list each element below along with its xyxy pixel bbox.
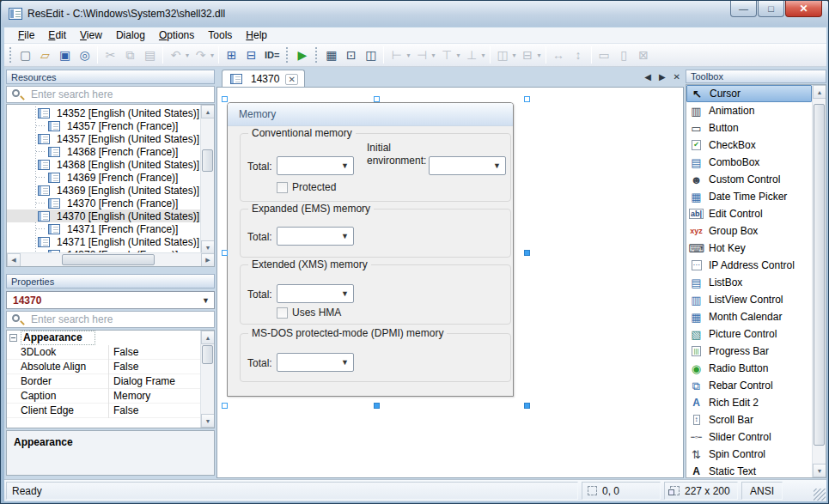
- toolbox-item-listview[interactable]: ▥ ListView Control: [686, 291, 812, 308]
- toolbox-vertical-scrollbar[interactable]: ▲ ▼: [812, 85, 826, 477]
- toolbox-item-rich-edit-2[interactable]: A Rich Edit 2: [686, 394, 812, 411]
- size-height-icon[interactable]: ▯: [614, 46, 634, 64]
- resource-properties-icon[interactable]: ⊟: [241, 46, 261, 64]
- property-row[interactable]: Border Dialog Frame: [7, 374, 201, 389]
- total-combobox[interactable]: ▼: [277, 156, 354, 175]
- selection-handle-top-center[interactable]: [374, 96, 380, 102]
- order-window-icon[interactable]: ◫: [361, 46, 381, 64]
- property-row[interactable]: 3DLook False: [7, 345, 201, 360]
- cut-icon[interactable]: ✂: [101, 46, 120, 64]
- tab-close-icon[interactable]: ✕: [285, 74, 297, 85]
- protected-checkbox[interactable]: Protected: [277, 181, 336, 193]
- selection-handle-bottom-right[interactable]: [524, 403, 530, 409]
- resources-vertical-scrollbar[interactable]: ▲ ▼: [200, 105, 214, 254]
- resources-search-box[interactable]: [6, 86, 215, 103]
- menu-file[interactable]: File: [11, 28, 41, 42]
- test-dialog-icon[interactable]: ▶: [292, 46, 312, 64]
- open-file-icon[interactable]: ▱: [35, 46, 55, 64]
- size-both-icon[interactable]: ⊠: [634, 46, 654, 64]
- resource-tree-item[interactable]: 14357 [English (United States)]: [7, 132, 201, 145]
- dropdown-arrow-icon[interactable]: ▾: [186, 52, 189, 59]
- scrollbar-thumb[interactable]: [62, 254, 155, 265]
- properties-search-box[interactable]: [6, 311, 215, 328]
- uses-hma-checkbox[interactable]: Uses HMA: [277, 307, 341, 319]
- toolbox-item-group-box[interactable]: xyz Group Box: [686, 222, 812, 240]
- tab-scroll-left-icon[interactable]: ◀: [644, 72, 651, 82]
- selection-handle-top-right[interactable]: [524, 96, 530, 102]
- toolbox-item-combobox[interactable]: ▤ ComboBox: [686, 154, 812, 171]
- id-button[interactable]: ID=: [261, 46, 283, 64]
- toolbox-item-slider-control[interactable]: −▫− Slider Control: [686, 428, 812, 446]
- scroll-left-icon[interactable]: ◀: [7, 253, 21, 267]
- align-top-icon[interactable]: ⊤: [437, 46, 457, 64]
- selection-handle-middle-right[interactable]: [524, 250, 530, 256]
- align-left-icon[interactable]: ⊢: [387, 46, 406, 64]
- scrollbar-thumb[interactable]: [202, 149, 213, 172]
- toolbox-item-hot-key[interactable]: ⌨ Hot Key: [686, 240, 812, 257]
- property-group-row[interactable]: Appearance: [7, 331, 214, 345]
- menu-edit[interactable]: Edit: [41, 28, 73, 42]
- collapse-icon[interactable]: [9, 334, 17, 342]
- tab-scroll-right-icon[interactable]: ▶: [659, 72, 666, 82]
- redo-icon[interactable]: ↷: [191, 46, 210, 64]
- resource-tree-item[interactable]: 14370 [English (United States)]: [7, 209, 201, 222]
- dropdown-arrow-icon[interactable]: ▾: [210, 52, 214, 59]
- resource-tree-item[interactable]: 14357 [French (France)]: [7, 119, 201, 132]
- dropdown-arrow-icon[interactable]: ▾: [431, 52, 435, 59]
- size-width-icon[interactable]: ▭: [594, 46, 614, 64]
- scroll-up-icon[interactable]: ▲: [813, 85, 826, 99]
- total-combobox[interactable]: ▼: [277, 284, 354, 303]
- resources-search-input[interactable]: [29, 88, 210, 101]
- same-width-icon[interactable]: ↔: [549, 46, 569, 64]
- paste-icon[interactable]: ▤: [140, 46, 160, 64]
- menu-view[interactable]: View: [73, 28, 109, 42]
- chevron-down-icon[interactable]: ▼: [202, 296, 210, 305]
- toolbox-item-month-calendar[interactable]: ▦ Month Calendar: [686, 308, 812, 325]
- group-box-conventional-memory[interactable]: Conventional memory Total: ▼ Initialenvi…: [240, 133, 511, 202]
- scroll-down-icon[interactable]: ▼: [813, 464, 826, 477]
- selection-handle-bottom-left[interactable]: [222, 403, 228, 409]
- property-row[interactable]: Absolute Align False: [7, 360, 201, 374]
- toolbox-item-spin-control[interactable]: ⇅ Spin Control: [686, 446, 812, 463]
- toolbox-item-picture-control[interactable]: ▧ Picture Control: [686, 325, 812, 343]
- toolbox-item-static-text[interactable]: A Static Text: [686, 463, 812, 478]
- menu-tools[interactable]: Tools: [201, 28, 239, 42]
- toolbox-item-custom-control[interactable]: ☻ Custom Control: [686, 171, 812, 188]
- selection-handle-top-left[interactable]: [222, 96, 228, 102]
- toolbox-item-cursor[interactable]: ↖ Cursor: [686, 85, 812, 102]
- panel-splitter[interactable]: [6, 267, 215, 274]
- scroll-up-icon[interactable]: ▲: [201, 105, 215, 118]
- toolbox-item-checkbox[interactable]: ✔ CheckBox: [686, 137, 812, 154]
- toolbox-item-button[interactable]: ▭ Button: [686, 119, 812, 137]
- minimize-button[interactable]: —: [730, 1, 757, 17]
- resources-horizontal-scrollbar[interactable]: ◀ ▶: [7, 252, 215, 266]
- property-row[interactable]: Caption Memory: [7, 389, 201, 404]
- title-bar[interactable]: ResEdit - C:\Windows\System32\shell32.dl…: [2, 1, 829, 27]
- resize-grip[interactable]: [814, 489, 826, 501]
- properties-search-input[interactable]: [29, 313, 210, 326]
- tab-list-close-icon[interactable]: ✕: [674, 72, 680, 82]
- toolbox-item-rebar-control[interactable]: ⧉ Rebar Control: [686, 377, 812, 394]
- property-object-selector[interactable]: 14370 ▼: [6, 291, 215, 309]
- toolbox-item-animation[interactable]: ▥ Animation: [686, 102, 812, 119]
- scroll-right-icon[interactable]: ▶: [201, 253, 215, 267]
- initial-environment-combobox[interactable]: ▼: [429, 156, 506, 175]
- property-row[interactable]: Client Edge False: [7, 404, 201, 418]
- dialog-preview-title-bar[interactable]: Memory: [228, 103, 513, 126]
- menu-help[interactable]: Help: [239, 28, 274, 42]
- resource-tree-item[interactable]: 14371 [English (United States)]: [7, 235, 201, 248]
- dialog-editor-icon[interactable]: ⊞: [222, 46, 241, 64]
- center-horizontal-icon[interactable]: ◫: [493, 46, 513, 64]
- scroll-down-icon[interactable]: ▼: [201, 414, 215, 428]
- group-box-dpmi-memory[interactable]: MS-DOS protected-mode (DPMI) memory Tota…: [240, 333, 511, 382]
- toolbox-item-ip-address[interactable]: ⋯ IP Address Control: [686, 257, 812, 274]
- center-vertical-icon[interactable]: ⊟: [518, 46, 538, 64]
- selection-handle-middle-left[interactable]: [222, 250, 228, 256]
- group-box-xms-memory[interactable]: Extended (XMS) memory Total: ▼ Uses HMA: [240, 264, 511, 325]
- dropdown-arrow-icon[interactable]: ▾: [482, 52, 485, 59]
- print-preview-icon[interactable]: ◎: [75, 46, 94, 64]
- selection-handle-bottom-center[interactable]: [374, 403, 380, 409]
- resource-tree-item[interactable]: 14371 [French (France)]: [7, 222, 201, 235]
- dialog-preview[interactable]: Memory Conventional memory Total: ▼ Init…: [227, 102, 514, 397]
- new-file-icon[interactable]: ▢: [15, 46, 35, 64]
